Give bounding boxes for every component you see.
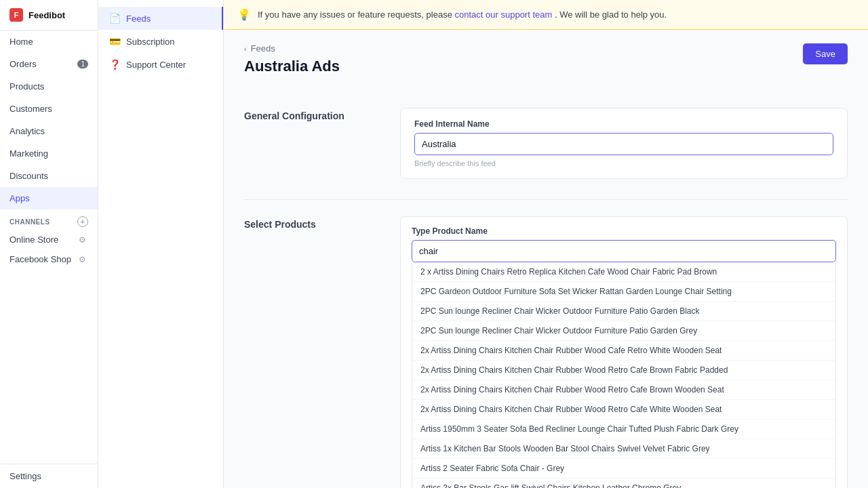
dropdown-item[interactable]: 2 x Artiss Dining Chairs Retro Replica K… xyxy=(412,262,835,282)
feeds-panel-icon-feeds: 📄 xyxy=(109,13,121,24)
dropdown-item[interactable]: 2x Artiss Dining Chairs Kitchen Chair Ru… xyxy=(412,380,835,400)
breadcrumb-chevron-icon: ‹ xyxy=(244,45,247,53)
channel-label-facebook-shop: Facebook Shop xyxy=(9,254,71,264)
channel-item-facebook-shop[interactable]: Facebook Shop⚙ xyxy=(0,249,98,269)
select-products-label: Select Products xyxy=(244,216,380,488)
channel-settings-icon-facebook-shop[interactable]: ⚙ xyxy=(79,255,88,264)
sidebar-item-customers[interactable]: Customers xyxy=(0,98,98,120)
page-header-row: ‹ Feeds Australia Ads Save xyxy=(244,43,848,92)
search-input-wrapper xyxy=(401,240,847,262)
page-title: Australia Ads xyxy=(244,58,340,75)
sidebar-item-home[interactable]: Home xyxy=(0,30,98,53)
product-dropdown-list: 2 x Artiss Dining Chairs Retro Replica K… xyxy=(412,262,836,488)
feeds-panel-item-feeds[interactable]: 📄Feeds xyxy=(98,7,223,30)
sidebar-item-discounts[interactable]: Discounts xyxy=(0,165,98,187)
badge-orders: 1 xyxy=(77,60,88,68)
notice-text: If you have any issues or feature reques… xyxy=(258,9,667,20)
general-config-section: General Configuration Feed Internal Name… xyxy=(244,108,848,179)
product-search-input[interactable] xyxy=(412,240,836,262)
dropdown-item[interactable]: Artiss 2x Bar Stools Gas lift Swivel Cha… xyxy=(412,479,835,488)
sidebar-channels: Online Store⚙Facebook Shop⚙ xyxy=(0,230,98,269)
inner-layout: 📄Feeds💳Subscription❓Support Center 💡 If … xyxy=(98,0,868,488)
channel-label-online-store: Online Store xyxy=(9,235,58,245)
feeds-panel-label-feeds: Feeds xyxy=(126,14,151,24)
dropdown-item[interactable]: Artiss 1x Kitchen Bar Stools Wooden Bar … xyxy=(412,439,835,459)
feed-name-label: Feed Internal Name xyxy=(414,119,833,129)
save-button[interactable]: Save xyxy=(803,43,848,64)
dropdown-item[interactable]: Artiss 1950mm 3 Seater Sofa Bed Recliner… xyxy=(412,420,835,439)
feeds-panel-icon-support: ❓ xyxy=(109,59,121,70)
feeds-panel-item-subscription[interactable]: 💳Subscription xyxy=(98,30,223,53)
dropdown-item[interactable]: 2PC Gardeon Outdoor Furniture Sofa Set W… xyxy=(412,282,835,302)
support-link[interactable]: contact our support team xyxy=(455,9,553,20)
sidebar: F Feedibot HomeOrders1ProductsCustomersA… xyxy=(0,0,98,488)
dropdown-item[interactable]: 2x Artiss Dining Chairs Kitchen Chair Ru… xyxy=(412,341,835,361)
breadcrumb[interactable]: ‹ Feeds xyxy=(244,43,340,54)
sidebar-item-orders[interactable]: Orders1 xyxy=(0,53,98,75)
feed-description-hint: Briefly describe this feed xyxy=(414,159,833,167)
app-name: Feedibot xyxy=(28,10,65,20)
feeds-panel-label-subscription: Subscription xyxy=(126,37,175,47)
notice-bar: 💡 If you have any issues or feature requ… xyxy=(224,0,868,30)
dropdown-item[interactable]: 2x Artiss Dining Chairs Kitchen Chair Ru… xyxy=(412,400,835,420)
select-products-card: Type Product Name 2 x Artiss Dining Chai… xyxy=(400,216,848,488)
dropdown-item[interactable]: 2PC Sun lounge Recliner Chair Wicker Out… xyxy=(412,321,835,341)
dropdown-item[interactable]: 2PC Sun lounge Recliner Chair Wicker Out… xyxy=(412,302,835,321)
add-channel-button[interactable]: + xyxy=(77,216,88,227)
feed-name-input[interactable] xyxy=(414,133,833,155)
sidebar-item-products[interactable]: Products xyxy=(0,75,98,98)
channel-settings-icon-online-store[interactable]: ⚙ xyxy=(79,235,88,245)
sidebar-item-analytics[interactable]: Analytics xyxy=(0,120,98,142)
select-products-section: Select Products Type Product Name 2 x Ar… xyxy=(244,216,848,488)
content-body: ‹ Feeds Australia Ads Save General Confi… xyxy=(224,30,868,488)
sidebar-nav: HomeOrders1ProductsCustomersAnalyticsMar… xyxy=(0,30,98,209)
feeds-sidebar: 📄Feeds💳Subscription❓Support Center xyxy=(98,0,224,488)
channel-item-online-store[interactable]: Online Store⚙ xyxy=(0,230,98,249)
app-logo: F Feedibot xyxy=(0,0,98,30)
logo-icon: F xyxy=(9,8,23,22)
notice-icon: 💡 xyxy=(237,8,251,21)
page-header-left: ‹ Feeds Australia Ads xyxy=(244,43,340,92)
breadcrumb-label: Feeds xyxy=(251,43,275,54)
general-config-card: Feed Internal Name Briefly describe this… xyxy=(400,108,848,179)
dropdown-item[interactable]: Artiss 2 Seater Fabric Sofa Chair - Grey xyxy=(412,459,835,479)
feeds-panel-label-support: Support Center xyxy=(126,60,186,70)
type-product-name-label: Type Product Name xyxy=(401,217,847,240)
dropdown-item[interactable]: 2x Artiss Dining Chairs Kitchen Chair Ru… xyxy=(412,361,835,380)
channels-section-header: CHANNELS + xyxy=(0,209,98,230)
section-divider xyxy=(244,199,848,200)
feeds-panel-item-support[interactable]: ❓Support Center xyxy=(98,53,223,76)
general-config-label: General Configuration xyxy=(244,108,380,179)
feeds-panel-icon-subscription: 💳 xyxy=(109,36,121,47)
content-area: 💡 If you have any issues or feature requ… xyxy=(224,0,868,488)
sidebar-item-marketing[interactable]: Marketing xyxy=(0,142,98,165)
sidebar-item-apps[interactable]: Apps xyxy=(0,187,98,209)
settings-nav-item[interactable]: Settings xyxy=(0,464,98,488)
main-area: 📄Feeds💳Subscription❓Support Center 💡 If … xyxy=(98,0,868,488)
